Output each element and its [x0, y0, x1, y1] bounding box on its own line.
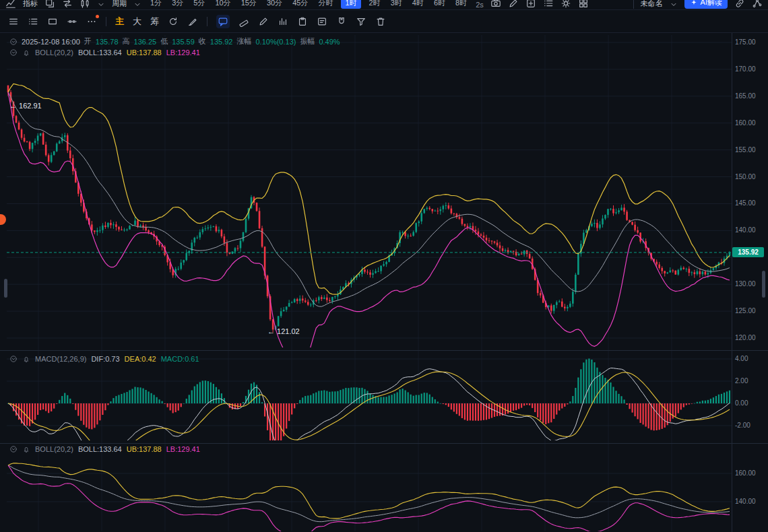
candle-style-icon[interactable]	[79, 0, 90, 9]
macd-dif-value: DIF:0.73	[91, 355, 119, 363]
timeframe-button[interactable]: 3分	[170, 0, 185, 9]
timeframe-button[interactable]: 45分	[290, 0, 310, 9]
axis-label: 140.00	[735, 498, 756, 505]
current-price-tag: 135.92	[732, 247, 764, 257]
chips-chart-toggle[interactable]: 筹	[150, 15, 159, 28]
axis-label: 145.00	[735, 199, 756, 207]
horizontal-line-tool-icon[interactable]	[67, 16, 77, 27]
clipboard-icon[interactable]	[297, 16, 308, 27]
high-label: 高	[123, 36, 130, 46]
timeframe-button[interactable]: 5分	[191, 0, 207, 9]
magnet-tool-icon[interactable]	[336, 16, 347, 27]
layout-name[interactable]: 未命名	[641, 0, 663, 9]
separator	[633, 0, 634, 9]
alert-bell-icon[interactable]	[22, 445, 30, 453]
edit-icon[interactable]	[508, 0, 519, 9]
axis-label: 2.00	[735, 377, 748, 385]
related-markets-icon[interactable]	[752, 0, 763, 9]
comment-tool-icon[interactable]	[216, 15, 230, 28]
timeframe-button[interactable]: 10分	[213, 0, 232, 9]
boll-mid-value: BOLL:133.64	[78, 445, 122, 453]
timeframe-button[interactable]: 6时	[432, 0, 447, 9]
sparkle-icon	[690, 0, 698, 7]
rectangle-tool-icon[interactable]	[47, 16, 58, 27]
close-label: 收	[199, 36, 206, 46]
low-label: 低	[160, 36, 168, 46]
collapse-icon[interactable]	[9, 38, 18, 46]
note-icon[interactable]	[317, 16, 327, 27]
overlay-icon[interactable]	[44, 0, 55, 9]
axis-label: 170.00	[735, 65, 756, 73]
indicators-icon[interactable]	[5, 0, 16, 9]
low-value: 135.59	[172, 38, 195, 46]
close-value: 135.92	[210, 38, 233, 46]
indicators-label[interactable]: 指标	[23, 0, 38, 9]
notification-dot	[96, 15, 99, 18]
object-list-icon[interactable]	[28, 16, 38, 27]
more-tools-icon[interactable]	[86, 16, 97, 27]
seconds-label[interactable]: 2s	[476, 1, 484, 9]
share-link-icon[interactable]	[734, 0, 745, 9]
macd-hist-value: MACD:0.61	[161, 355, 199, 363]
refresh-drawing-icon[interactable]	[168, 16, 179, 27]
right-scrollbar-thumb[interactable]	[762, 271, 765, 298]
brush-tool-icon[interactable]	[187, 16, 198, 27]
pencil-tool-icon[interactable]	[258, 16, 269, 27]
timeframe-button[interactable]: 8时	[453, 0, 469, 9]
period-label[interactable]: 周期	[112, 0, 127, 9]
timeframe-button[interactable]: 30分	[265, 0, 284, 9]
timeframe-button[interactable]: 1分	[148, 0, 164, 9]
high-value: 136.25	[134, 38, 157, 46]
chevron-down-icon[interactable]	[670, 1, 678, 9]
filter-icon[interactable]	[356, 16, 366, 27]
timeframe-button[interactable]: 2时	[367, 0, 383, 9]
change-label: 涨幅	[236, 36, 251, 46]
add-icon[interactable]	[525, 0, 536, 9]
timeframe-button[interactable]: 分时	[316, 0, 335, 9]
collapse-icon[interactable]	[9, 445, 18, 453]
gear-icon[interactable]	[561, 0, 571, 9]
timeframe-button[interactable]: 15分	[239, 0, 259, 9]
left-scroll-thumb[interactable]	[4, 279, 7, 298]
chevron-down-icon[interactable]	[133, 1, 141, 9]
collapse-icon[interactable]	[9, 355, 18, 363]
ohlc-info-bar: 2025-12-08 16:00 开 135.78 高 136.25 低 135…	[9, 36, 340, 46]
watchlist-icon[interactable]	[543, 0, 554, 9]
collapse-icon[interactable]	[9, 48, 18, 57]
axis-label: 4.00	[735, 355, 748, 362]
price-axis[interactable]: 175.00170.00165.00160.00155.00150.00145.…	[735, 0, 767, 532]
axis-label: 165.00	[735, 92, 756, 100]
amplitude-label: 振幅	[300, 36, 315, 46]
amplitude-value: 0.49%	[319, 38, 340, 46]
timeframe-list: 1分3分5分10分15分30分45分分时1时2时3时4时6时8时	[148, 0, 469, 9]
chevron-down-icon[interactable]	[97, 1, 105, 9]
alert-bell-icon[interactable]	[22, 48, 30, 57]
alert-bell-icon[interactable]	[22, 355, 30, 363]
delete-drawings-icon[interactable]	[375, 16, 386, 27]
separator	[106, 17, 106, 26]
open-label: 开	[84, 36, 92, 46]
indicator-name[interactable]: MACD(12,26,9)	[35, 355, 86, 363]
separator	[207, 17, 207, 26]
timeframe-button[interactable]: 1时	[341, 0, 360, 9]
main-chart-toggle[interactable]: 主	[115, 15, 124, 28]
layout-grid-icon[interactable]	[578, 0, 589, 9]
compare-icon[interactable]	[62, 0, 73, 9]
drawing-toolbar: 主 大 筹	[0, 10, 768, 33]
large-chart-toggle[interactable]: 大	[133, 15, 141, 28]
top-toolbar: 指标 周期 1分3分5分10分15分30分45分分时1时2时3时4时6时8时 2…	[0, 0, 768, 10]
camera-icon[interactable]	[490, 0, 501, 9]
ai-analysis-button[interactable]: AI解读	[684, 0, 728, 9]
indicator-name[interactable]: BOLL(20,2)	[35, 445, 73, 453]
boll-upper-value: UB:137.88	[127, 445, 162, 453]
axis-label: -2.00	[735, 422, 750, 429]
timeframe-button[interactable]: 4时	[410, 0, 426, 9]
timeframe-button[interactable]: 3时	[389, 0, 404, 9]
indicator-name[interactable]: BOLL(20,2)	[35, 48, 73, 57]
pattern-match-icon[interactable]	[278, 16, 288, 27]
menu-icon[interactable]	[8, 16, 19, 27]
ruler-tool-icon[interactable]	[238, 16, 249, 27]
boll-lower-value: LB:129.41	[166, 445, 200, 453]
boll-lower-value: LB:129.41	[166, 48, 200, 57]
candle-datetime: 2025-12-08 16:00	[22, 38, 80, 46]
